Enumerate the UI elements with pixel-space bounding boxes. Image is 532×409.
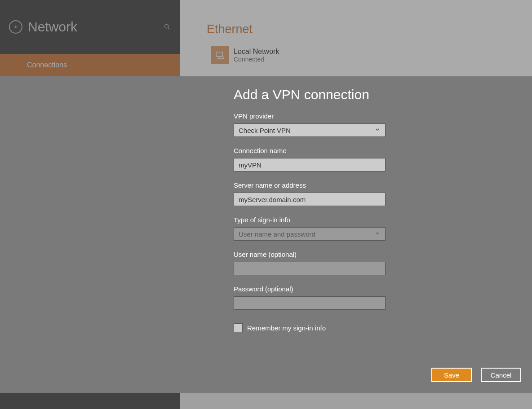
- vpn-provider-value: Check Point VPN: [239, 127, 291, 134]
- save-button[interactable]: Save: [431, 368, 472, 382]
- username-input-wrapper: [234, 262, 386, 275]
- username-input[interactable]: [239, 262, 381, 275]
- label-connection-name: Connection name: [234, 147, 521, 154]
- label-signin-type: Type of sign-in info: [234, 216, 521, 224]
- connection-name-input-wrapper: [234, 158, 386, 172]
- cancel-button[interactable]: Cancel: [481, 368, 521, 382]
- server-input[interactable]: [239, 193, 381, 206]
- chevron-down-icon: [374, 230, 381, 238]
- signin-type-value: User name and password: [239, 230, 315, 238]
- vpn-provider-select[interactable]: Check Point VPN: [234, 123, 386, 137]
- remember-label: Remember my sign-in info: [247, 324, 326, 332]
- connection-name-input[interactable]: [239, 158, 381, 171]
- password-input-wrapper: [234, 296, 386, 310]
- chevron-down-icon: [374, 127, 381, 134]
- label-vpn-provider: VPN provider: [234, 112, 521, 120]
- label-password: Password (optional): [234, 285, 521, 293]
- remember-checkbox[interactable]: [234, 323, 243, 332]
- password-input[interactable]: [239, 297, 381, 309]
- label-username: User name (optional): [234, 251, 521, 258]
- server-input-wrapper: [234, 193, 386, 206]
- modal-title: Add a VPN connection: [234, 87, 521, 102]
- signin-type-select[interactable]: User name and password: [234, 227, 386, 241]
- add-vpn-modal: Add a VPN connection VPN provider Check …: [0, 76, 532, 393]
- label-server: Server name or address: [234, 181, 521, 189]
